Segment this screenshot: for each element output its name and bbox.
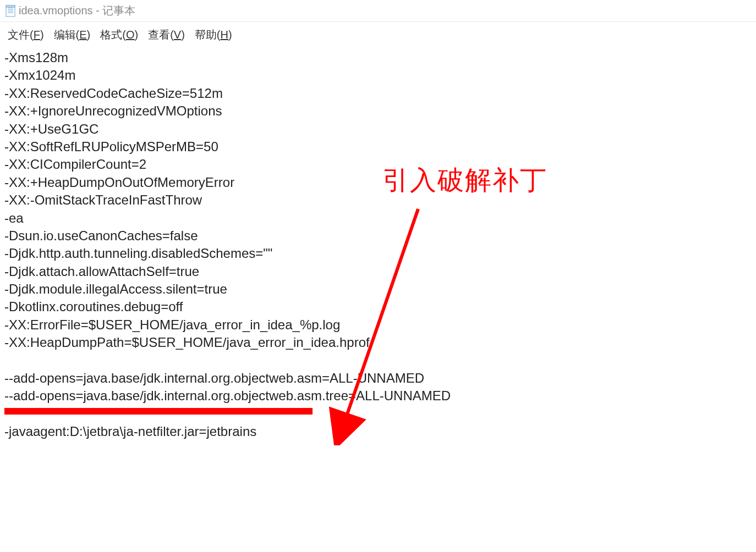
menu-view[interactable]: 查看(V): [146, 26, 187, 43]
svg-rect-5: [6, 5, 15, 7]
menu-file[interactable]: 文件(F): [6, 26, 46, 43]
notepad-icon: [6, 5, 15, 17]
menu-edit[interactable]: 编辑(E): [52, 26, 93, 43]
editor-content[interactable]: -Xms128m -Xmx1024m -XX:ReservedCodeCache…: [0, 48, 756, 442]
menu-format[interactable]: 格式(O): [98, 26, 140, 43]
annotation-label: 引入破解补丁: [382, 163, 547, 198]
menu-bar: 文件(F) 编辑(E) 格式(O) 查看(V) 帮助(H): [0, 22, 756, 48]
menu-help[interactable]: 帮助(H): [193, 26, 234, 43]
highlight-underline: [4, 408, 313, 415]
title-bar: idea.vmoptions - 记事本: [0, 0, 756, 22]
window-title: idea.vmoptions - 记事本: [19, 3, 135, 18]
